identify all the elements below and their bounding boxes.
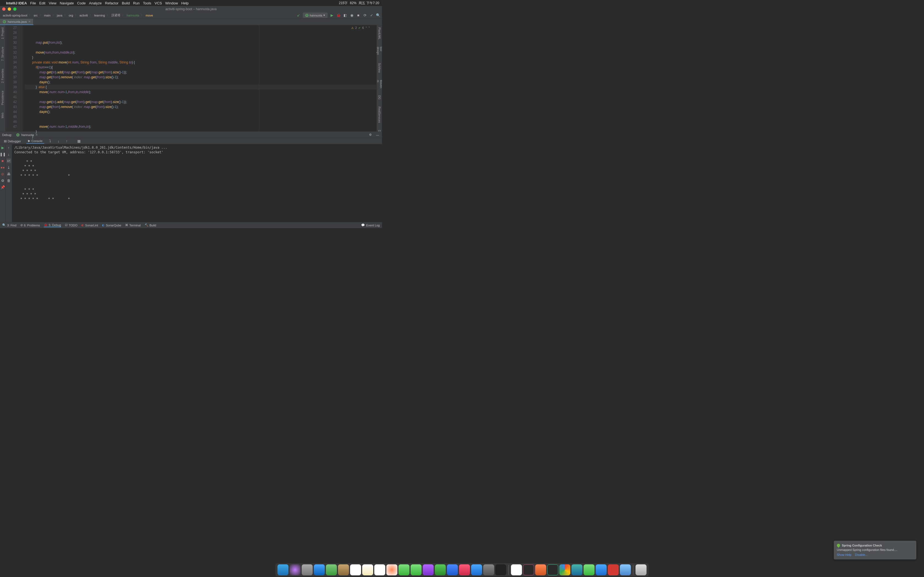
terminal-icon: ⌘ <box>125 223 128 227</box>
debugger-icon: ▤ <box>4 139 6 143</box>
stop-button[interactable]: ■ <box>356 13 360 18</box>
soft-wrap-icon[interactable]: ↩ <box>6 158 11 163</box>
inspections-indicator[interactable]: ⚠2 ✔6 ˄ ˅ <box>351 26 370 29</box>
right-tool-stripe: PlantUML UML design tool window SciView … <box>376 25 382 131</box>
todo-icon: ☑ <box>65 223 68 227</box>
java-class-icon: C <box>16 133 19 137</box>
bottom-tool-bar: 🔍3: Find ⊘6: Problems 🐞5: Debug ☑TODO ◐S… <box>0 222 382 228</box>
menu-window[interactable]: Window <box>165 1 178 5</box>
chevron-down-icon: ▾ <box>323 13 325 17</box>
chat-icon: 💬 <box>361 223 365 227</box>
menu-analyze[interactable]: Analyze <box>89 1 102 5</box>
tool-plantuml[interactable]: PlantUML <box>378 26 381 41</box>
build-icon[interactable]: ↙ <box>296 13 300 18</box>
debug-label: Debug: <box>2 133 12 137</box>
tool-structure[interactable]: 7: Structure <box>1 46 4 62</box>
java-class-icon: C <box>3 20 6 23</box>
status-battery[interactable]: 82% <box>350 1 356 5</box>
menu-edit[interactable]: Edit <box>39 1 45 5</box>
status-clock[interactable]: 周五 下午7:20 <box>359 1 379 5</box>
menu-run[interactable]: Run <box>133 1 140 5</box>
sonarlint-icon: ◐ <box>81 223 84 227</box>
tool-rest[interactable]: RestServices <box>378 105 381 124</box>
tool-todo[interactable]: ☑TODO <box>65 223 78 227</box>
scroll-to-end-icon[interactable]: ⤓ <box>6 165 11 169</box>
java-class-icon: C <box>305 14 309 17</box>
menu-build[interactable]: Build <box>122 1 130 5</box>
bug-icon: 🐞 <box>44 223 48 227</box>
tool-sonarqube[interactable]: ◐SonarQube <box>102 223 121 227</box>
profile-button[interactable]: ◉ <box>349 13 354 18</box>
update-project-icon[interactable]: ⟳ <box>363 13 367 18</box>
rerun-icon[interactable]: ▶ <box>0 145 5 150</box>
window-minimize-button[interactable] <box>8 7 11 11</box>
warning-icon: ⚠ <box>351 26 354 29</box>
tool-favorites[interactable]: 2: Favorites <box>1 68 4 84</box>
menu-navigate[interactable]: Navigate <box>60 1 74 5</box>
tool-terminal[interactable]: ⌘Terminal <box>125 223 141 227</box>
tool-sonarlint[interactable]: ◐SonarLint <box>81 223 98 227</box>
menu-help[interactable]: Help <box>181 1 189 5</box>
search-icon: 🔍 <box>2 223 6 227</box>
tool-web[interactable]: Web <box>1 111 4 119</box>
menu-code[interactable]: Code <box>77 1 86 5</box>
window-maximize-button[interactable] <box>13 7 16 11</box>
scroll-up-icon[interactable]: ↑ <box>6 145 11 150</box>
line-number-gutter[interactable]: 2728293031323334353637383940414243444546… <box>5 25 19 131</box>
stop-icon[interactable]: ■ <box>0 158 5 163</box>
menu-refactor[interactable]: Refactor <box>105 1 118 5</box>
navigation-bar: activiti-spring-boot〉 src〉 main〉 java〉 o… <box>0 12 382 19</box>
tool-problems[interactable]: ⊘6: Problems <box>20 223 40 227</box>
status-input[interactable]: 215字 <box>339 1 347 5</box>
editor-tab-hannuota[interactable]: C hannuota.java ✕ <box>0 19 34 25</box>
app-name[interactable]: IntelliJ IDEA <box>6 1 27 5</box>
menu-vcs[interactable]: VCS <box>155 1 162 5</box>
menu-file[interactable]: File <box>30 1 36 5</box>
debug-button[interactable]: 🐞 <box>336 13 341 18</box>
close-tab-icon[interactable]: ✕ <box>28 20 31 23</box>
pause-icon[interactable]: ❚❚ <box>0 152 5 156</box>
search-everywhere-icon[interactable]: 🔍 <box>376 13 380 18</box>
run-button[interactable]: ▶ <box>330 13 334 18</box>
window-title: activiti-spring-boot – hannuota.java <box>165 7 216 11</box>
tool-project[interactable]: 1: Project <box>1 26 4 40</box>
tool-sciview[interactable]: SciView <box>378 62 381 74</box>
debug-panel: Debug: C hannuota ✕ ⚙ — ▤ Debugger ▶ Con… <box>0 131 382 222</box>
commit-icon[interactable]: ✓ <box>369 13 374 18</box>
debugger-tab[interactable]: ▤ Debugger <box>2 139 23 143</box>
view-breakpoints-icon[interactable]: ●● <box>0 165 5 169</box>
right-margin-line <box>259 25 259 131</box>
mute-breakpoints-icon[interactable]: ⊘ <box>0 172 5 176</box>
macos-menu-bar: IntelliJ IDEA File Edit View Navigate Co… <box>0 0 382 6</box>
print-icon[interactable]: 🖶 <box>6 172 11 176</box>
coverage-button[interactable]: ◧ <box>343 13 347 18</box>
window-close-button[interactable] <box>2 7 5 11</box>
settings-icon[interactable]: ⚙ <box>0 178 5 183</box>
window-title-bar: activiti-spring-boot – hannuota.java <box>0 6 382 12</box>
left-tool-stripe: 1: Project 7: Structure 2: Favorites Per… <box>0 25 5 131</box>
hammer-icon: 🔨 <box>145 223 149 227</box>
tool-build[interactable]: 🔨Build <box>145 223 156 227</box>
menu-tools[interactable]: Tools <box>143 1 151 5</box>
tool-debug[interactable]: 🐞5: Debug <box>44 223 61 227</box>
problems-icon: ⊘ <box>20 223 23 227</box>
run-configuration-select[interactable]: C hannuota ▾ <box>303 13 328 18</box>
chevron-down-icon[interactable]: ˅ <box>368 26 370 29</box>
pin-icon[interactable]: 📌 <box>0 185 5 189</box>
tool-persistence[interactable]: Persistence <box>1 90 4 106</box>
fold-gutter[interactable] <box>19 25 23 131</box>
checkmark-icon: ✔ <box>358 26 360 29</box>
code-area[interactable]: map.put(from,list); move(num,from,middle… <box>23 25 376 131</box>
tool-find[interactable]: 🔍3: Find <box>2 223 16 227</box>
breadcrumb[interactable]: activiti-spring-boot〉 src〉 main〉 java〉 o… <box>2 13 154 17</box>
code-editor[interactable]: 2728293031323334353637383940414243444546… <box>5 25 376 131</box>
scroll-down-icon[interactable]: ↓ <box>6 152 11 156</box>
chevron-up-icon[interactable]: ˄ <box>365 26 367 29</box>
event-log[interactable]: 💬Event Log <box>361 223 380 227</box>
tool-datagrip[interactable]: DG <box>378 94 381 101</box>
editor-tabs: C hannuota.java ✕ <box>0 19 382 25</box>
tool-maven[interactable]: m Maven <box>376 79 382 89</box>
menu-view[interactable]: View <box>48 1 57 5</box>
console-output[interactable]: /Library/Java/JavaVirtualMachines/jdk1.8… <box>12 144 382 222</box>
clear-icon[interactable]: 🗑 <box>6 178 11 183</box>
